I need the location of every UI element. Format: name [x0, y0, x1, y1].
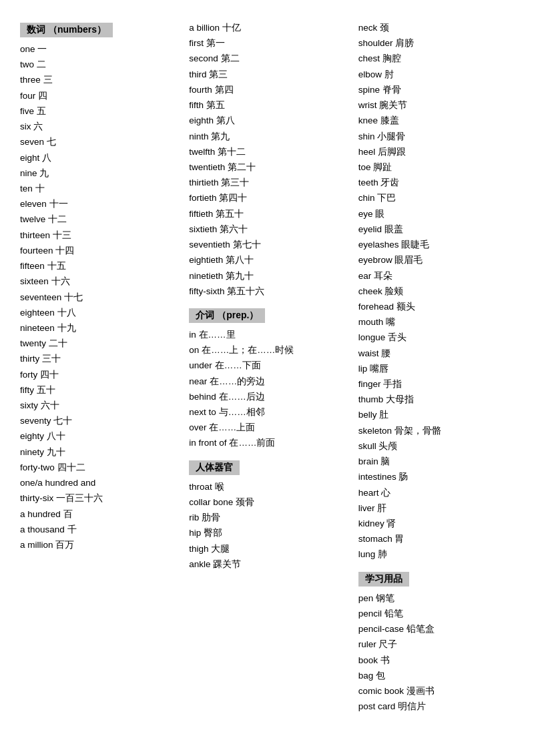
word-zh: 嘴 [386, 317, 395, 327]
word-zh: 在……下面 [215, 360, 261, 370]
list-item: over 在……上面 [189, 420, 344, 435]
word-zh: 第五 [206, 100, 225, 110]
word-en: twenty [20, 338, 46, 348]
list-item: longue 舌头 [358, 330, 514, 345]
word-en: ninety [20, 447, 44, 457]
word-en: fourteen [20, 246, 53, 256]
word-en: finger [358, 379, 381, 389]
word-zh: 十八 [57, 308, 76, 318]
word-zh: 十七 [64, 292, 83, 302]
word-en: heart [358, 488, 379, 498]
list-item: seventeen 十七 [20, 290, 176, 305]
word-en: eighty [20, 431, 44, 441]
word-en: comic book [358, 686, 404, 696]
word-zh: 颈骨 [236, 497, 254, 507]
word-en: heel [358, 147, 376, 157]
column-ordinals: a billion 十亿first 第一second 第二third 第三fou… [182, 20, 351, 714]
word-zh: 第十二 [218, 147, 246, 157]
list-item: seventy 七十 [20, 413, 176, 428]
word-en: sixteen [20, 276, 49, 286]
word-en: a million [20, 540, 53, 550]
list-item: a thousand 千 [20, 522, 176, 537]
list-item: twentieth 第二十 [189, 159, 344, 175]
list-item: brain 脑 [358, 454, 514, 469]
word-zh: 耳朵 [374, 271, 392, 281]
list-item: thumb 大母指 [358, 392, 514, 407]
body-header: 人体器官 [189, 460, 240, 475]
word-zh: 九十 [47, 447, 65, 457]
numbers-header: 数词 （numbers） [20, 23, 113, 37]
word-zh: 腕关节 [379, 100, 407, 110]
word-zh: 漫画书 [407, 686, 435, 696]
word-zh: 第五十六 [227, 286, 264, 296]
word-en: skull [358, 441, 376, 451]
word-en: on [189, 345, 199, 355]
word-zh: 肘 [384, 69, 394, 79]
list-item: in front of 在……前面 [189, 435, 344, 450]
word-zh: 在……的旁边 [210, 376, 265, 386]
word-en: nine [20, 168, 37, 178]
word-zh: 百万 [55, 540, 74, 550]
list-item: a million 百万 [20, 537, 176, 552]
study-header-zh: 学习用品 [365, 573, 403, 584]
word-zh: 脸颊 [384, 286, 403, 296]
word-en: eyebrow [358, 255, 392, 265]
prep-header-zh: 介词 [196, 310, 214, 320]
word-en: stomach [358, 534, 392, 544]
word-zh: 肩膀 [395, 38, 414, 48]
list-item: waist 腰 [358, 346, 514, 361]
word-en: seventy [20, 416, 51, 426]
word-en: intestines [358, 472, 396, 482]
word-en: pencil-case [358, 624, 404, 634]
word-zh: 肠 [398, 472, 408, 482]
word-zh: 眼 [375, 209, 384, 219]
word-zh: 七十 [53, 416, 72, 426]
word-en: in front of [189, 438, 226, 448]
word-en: thirteen [20, 230, 50, 240]
list-item: skeleton 骨架，骨骼 [358, 423, 514, 438]
list-item: finger 手指 [358, 376, 514, 392]
list-item: throat 喉 [189, 479, 344, 494]
word-zh: 第三 [209, 69, 228, 79]
word-zh: 二 [37, 59, 46, 69]
word-en: ear [358, 271, 372, 281]
word-en: ten [20, 183, 33, 194]
word-en: collar bone [189, 497, 233, 507]
word-en: next to [189, 407, 216, 417]
list-item: ninetieth 第九十 [189, 268, 344, 284]
list-item: one/a hundred and [20, 475, 176, 490]
word-en: eighth [189, 115, 214, 125]
word-zh: 嘴唇 [370, 364, 388, 374]
list-item: fourth 第四 [189, 82, 344, 97]
word-zh: 胃 [394, 534, 404, 544]
list-item: pencil-case 铅笔盒 [358, 621, 514, 637]
word-en: chest [358, 53, 380, 63]
word-en: a billion [189, 23, 220, 33]
word-zh: 第五十 [216, 209, 244, 219]
list-item: kidney 肾 [358, 516, 514, 531]
list-item: heel 后脚跟 [358, 144, 514, 159]
word-zh: 五十 [37, 385, 55, 395]
word-zh: 十五 [47, 261, 66, 271]
word-zh: 大腿 [211, 544, 230, 554]
list-item: fifty-sixth 第五十六 [189, 284, 344, 299]
word-en: rib [189, 512, 199, 522]
word-zh: 十二 [48, 214, 67, 224]
list-item: fourteen 十四 [20, 243, 176, 258]
numbers-header-paren2: ） [97, 24, 106, 35]
list-item: spine 脊骨 [358, 82, 514, 97]
list-item: six 六 [20, 119, 176, 134]
list-item: one 一 [20, 41, 176, 57]
numbers-header-zh: 数词 [27, 24, 45, 35]
word-zh: 踝关节 [213, 559, 241, 569]
word-en: book [358, 655, 378, 665]
word-zh: 一百三十六 [56, 493, 103, 503]
word-zh: 脑 [380, 456, 390, 466]
word-zh: 十一 [49, 199, 68, 209]
list-item: eighty 八十 [20, 428, 176, 444]
word-en: forty [20, 370, 37, 380]
ordinals-list: a billion 十亿first 第一second 第二third 第三fou… [189, 20, 344, 299]
word-zh: 在……上面 [209, 422, 255, 432]
list-item: eleven 十一 [20, 196, 176, 212]
word-zh: 肝 [377, 503, 386, 513]
